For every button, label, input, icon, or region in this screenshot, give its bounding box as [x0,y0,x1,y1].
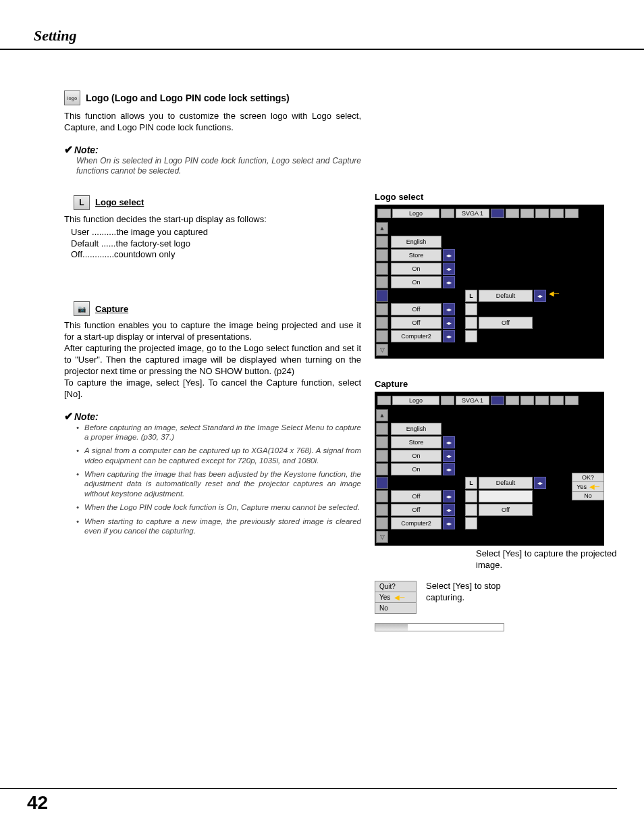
side-icon [376,303,388,315]
top-icon [506,209,519,218]
checkmark-icon: ✔ [64,144,73,155]
caption-capture: Select [Yes] to capture the projected im… [375,548,618,571]
caption-stop: Select [Yes] to stop capturing. [426,581,507,604]
arrows-icon: ◂▸ [534,477,546,489]
submenu-lock-icon [465,317,477,329]
side-icon [376,249,388,261]
logo-select-intro: This function decides the start-up displ… [64,214,361,226]
left-column: logo Logo (Logo and Logo PIN code lock s… [64,90,361,631]
top-icon [565,396,579,405]
side-icon [376,450,388,462]
pointer-icon: ◀─ [549,290,559,302]
arrows-icon: ◂▸ [443,490,455,502]
menu-rows-main: English Store◂▸ On◂▸ On◂▸ Off◂▸ Off◂▸ Co… [391,409,455,543]
scroll-up-icon: ▲ [376,222,388,234]
scroll-down-icon: ▽ [376,344,388,356]
arrows-icon: ◂▸ [443,276,455,288]
menu-svga: SVGA 1 [456,396,489,405]
side-icon [376,236,388,248]
side-icon-selected [376,477,388,489]
top-icon [491,209,504,218]
side-icon [376,317,388,329]
logo-section-heading: logo Logo (Logo and Logo PIN code lock s… [64,90,361,105]
menu-value: On [391,263,441,275]
submenu-return-icon [465,330,477,342]
menu-value: Off [391,504,441,516]
ok-no: No [572,492,603,500]
top-icon [550,396,564,405]
capture-heading: 📷 Capture [74,301,361,316]
menu-tab-logo: Logo [392,209,439,218]
arrows-icon: ◂▸ [443,330,455,342]
progress-bar [375,623,504,631]
ok-dialog: OK? Yes◀─ No [572,473,604,500]
top-icon [550,209,564,218]
note-2-list: •Before capturing an image, select Stand… [76,423,361,536]
side-icon [376,436,388,448]
top-icon [520,209,534,218]
submenu-l-icon: L [465,290,477,302]
note-2: ✔Note: •Before capturing an image, selec… [64,410,361,536]
note-2-item-3: When the Logo PIN code lock function is … [84,502,360,512]
top-icon [506,396,519,405]
note-2-label: Note: [74,411,99,422]
top-icon [535,209,549,218]
logo-select-options: User ..........the image you captured De… [71,227,361,261]
arrows-icon: ◂▸ [443,450,455,462]
note-2-item-0: Before capturing an image, select Standa… [84,423,361,442]
menu-tab-logo: Logo [392,396,439,405]
menu-value: Off [391,317,441,329]
capture-menu-screenshot: Logo SVGA 1 ▲ [375,392,604,546]
note-2-item-2: When capturing the image that has been a… [84,469,361,498]
logo-select-icon: L [74,195,90,210]
side-icon [376,504,388,516]
checkmark-icon: ✔ [64,411,73,422]
side-icon [376,490,388,502]
menu-body: ▲ ▽ English Store◂▸ On◂▸ [376,221,603,357]
submenu-off: Off [479,317,533,329]
note-2-item-4: When starting to capture a new image, th… [84,517,361,536]
scroll-down-icon: ▽ [376,531,388,543]
side-icon [376,263,388,275]
menu-value: Computer2 [391,517,441,529]
quit-question: Quit? [375,581,416,592]
menu-value: English [391,423,441,435]
menu-value: English [391,236,441,248]
side-icon [376,276,388,288]
logo-select-menu-screenshot: Logo SVGA 1 ▲ [375,205,604,359]
submenu-off: Off [479,504,533,516]
menu-rows-sub: LDefault◂▸ Off [465,409,546,543]
arrows-icon: ◂▸ [443,249,455,261]
arrows-icon: ◂▸ [443,436,455,448]
menu-value: On [391,463,441,475]
quit-dialog: Quit? Yes◀─ No [375,581,417,614]
top-icon [377,209,391,218]
header-title: Setting [34,27,77,44]
menu-value: Off [391,303,441,315]
option-off: Off.............countdown only [71,249,361,261]
top-icon [535,396,549,405]
capture-p1: This function enables you to capture the… [64,320,361,343]
submenu-l-icon: L [465,477,477,489]
side-icons: ▲ ▽ [376,221,390,357]
arrows-icon: ◂▸ [443,504,455,516]
side-icon [376,463,388,475]
page-number: 42 [27,792,48,814]
note-2-item-1: A signal from a computer can be captured… [84,446,361,465]
submenu-default: Default [479,290,533,302]
logo-section-body: This function allows you to customize th… [64,111,361,134]
side-icons: ▲ ▽ [376,408,390,544]
note-1-text: When On is selected in Logo PIN code loc… [76,156,361,176]
top-icon [520,396,534,405]
capture-p3: To capture the image, select [Yes]. To c… [64,377,361,400]
submenu-lock-icon [465,504,477,516]
logo-select-heading-text: Logo select [95,197,144,207]
menu-svga: SVGA 1 [456,209,489,218]
option-default: Default ......the factory-set logo [71,238,361,250]
side-icon [376,517,388,529]
capture-icon: 📷 [74,301,90,316]
arrows-icon: ◂▸ [443,303,455,315]
menu-value: On [391,276,441,288]
progress-fill [375,624,408,631]
top-icon [441,209,454,218]
